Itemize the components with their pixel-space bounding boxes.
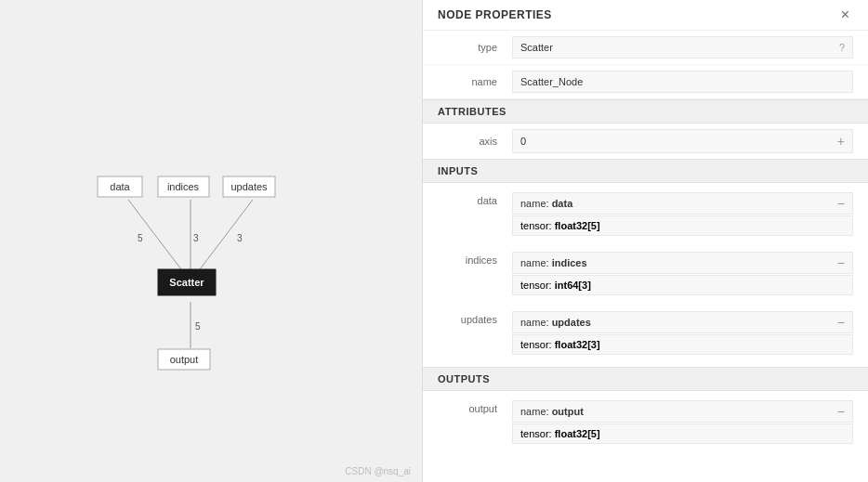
- data-input-values: name: data − tensor: float32[5]: [512, 192, 853, 237]
- svg-text:3: 3: [193, 233, 199, 243]
- panel-title: NODE PROPERTIES: [438, 8, 552, 21]
- data-name-row: name: data −: [512, 192, 853, 215]
- watermark: CSDN @nsq_ai: [345, 466, 411, 476]
- svg-rect-16: [158, 349, 210, 370]
- indices-tensor-row: tensor: int64[3]: [512, 275, 853, 295]
- indices-name-text: name: indices: [520, 257, 587, 268]
- indices-name-row: name: indices −: [512, 252, 853, 274]
- updates-name-text: name: updates: [520, 317, 591, 328]
- axis-value: 0: [520, 136, 526, 147]
- type-help: ?: [839, 42, 845, 53]
- updates-name-row: name: updates −: [512, 311, 853, 333]
- indices-input-label: indices: [438, 252, 512, 296]
- data-input-row: data name: data − tensor: float32[5]: [423, 189, 868, 241]
- name-value: Scatter_Node: [520, 76, 583, 87]
- graph-svg: 5 3 3 5 data indices updates Scatter out…: [37, 167, 353, 446]
- output-label: output: [438, 400, 512, 445]
- output-tensor-text: tensor: float32[5]: [520, 428, 600, 439]
- indices-input-values: name: indices − tensor: int64[3]: [512, 252, 853, 296]
- name-value-box: Scatter_Node: [512, 71, 853, 93]
- svg-text:updates: updates: [230, 181, 268, 192]
- data-input-label: data: [438, 192, 512, 237]
- svg-text:5: 5: [138, 233, 143, 243]
- svg-rect-8: [98, 176, 142, 197]
- svg-text:indices: indices: [167, 181, 200, 192]
- indices-input-row: indices name: indices − tensor: int64[3]: [423, 248, 868, 300]
- updates-input-row: updates name: updates − tensor: float32[…: [423, 307, 868, 359]
- updates-minus[interactable]: −: [837, 315, 845, 330]
- data-tensor-text: tensor: float32[5]: [520, 220, 600, 231]
- type-value-box: Scatter ?: [512, 36, 853, 59]
- axis-plus[interactable]: +: [837, 134, 845, 149]
- graph-panel: 5 3 3 5 data indices updates Scatter out…: [0, 0, 422, 482]
- svg-text:Scatter: Scatter: [169, 277, 204, 288]
- type-row: type Scatter ?: [423, 31, 868, 65]
- graph-wrapper: 5 3 3 5 data indices updates Scatter out…: [37, 167, 390, 464]
- output-tensor-row: tensor: float32[5]: [512, 423, 853, 444]
- properties-panel: NODE PROPERTIES × type Scatter ? name Sc…: [422, 0, 868, 482]
- data-name-text: name: data: [520, 198, 572, 209]
- svg-text:3: 3: [237, 233, 243, 243]
- svg-rect-14: [158, 269, 216, 295]
- data-minus[interactable]: −: [837, 196, 845, 211]
- output-row: output name: output − tensor: float32[5]: [423, 397, 868, 449]
- updates-input-label: updates: [438, 311, 512, 356]
- attributes-section-header: ATTRIBUTES: [423, 99, 868, 124]
- output-minus[interactable]: −: [837, 404, 845, 419]
- close-button[interactable]: ×: [837, 7, 853, 22]
- svg-rect-12: [223, 176, 275, 197]
- updates-input-values: name: updates − tensor: float32[3]: [512, 311, 853, 356]
- svg-text:5: 5: [195, 321, 201, 332]
- svg-text:data: data: [110, 181, 130, 192]
- svg-line-0: [128, 200, 181, 269]
- svg-rect-10: [158, 176, 209, 197]
- axis-value-box: 0 +: [512, 129, 853, 153]
- data-tensor-row: tensor: float32[5]: [512, 215, 853, 236]
- panel-header: NODE PROPERTIES ×: [423, 0, 868, 31]
- outputs-section-header: OUTPUTS: [423, 367, 868, 391]
- output-name-text: name: output: [520, 406, 584, 417]
- indices-tensor-text: tensor: int64[3]: [520, 280, 591, 291]
- type-value: Scatter: [520, 42, 553, 53]
- updates-tensor-text: tensor: float32[3]: [520, 339, 600, 350]
- output-values: name: output − tensor: float32[5]: [512, 400, 853, 445]
- axis-row: axis 0 +: [423, 124, 868, 159]
- name-row: name Scatter_Node: [423, 65, 868, 99]
- svg-text:output: output: [170, 354, 199, 365]
- name-label: name: [438, 76, 512, 87]
- inputs-section-header: INPUTS: [423, 159, 868, 183]
- svg-line-2: [200, 200, 253, 269]
- axis-label: axis: [438, 136, 512, 147]
- indices-minus[interactable]: −: [837, 255, 845, 270]
- output-name-row: name: output −: [512, 400, 853, 423]
- updates-tensor-row: tensor: float32[3]: [512, 334, 853, 355]
- type-label: type: [438, 42, 512, 53]
